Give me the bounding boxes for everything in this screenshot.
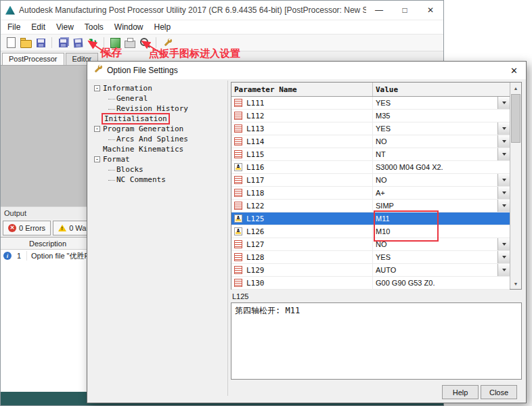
param-value-cell: M35	[373, 110, 510, 122]
param-name: L128	[246, 253, 265, 262]
print-icon	[125, 41, 135, 48]
wrench-annotation: 点扳手图标进入设置	[149, 47, 240, 60]
tree-item-revision-history[interactable]: Revision History	[93, 104, 225, 114]
param-row-l116[interactable]: AL116S3000 M04 G04 X2.	[231, 161, 510, 174]
param-name-cell: L129	[231, 264, 373, 276]
param-value: G00 G90 G53 Z0.	[376, 279, 435, 287]
param-row-l125[interactable]: AL125M11	[231, 212, 510, 225]
tree-item-general[interactable]: General	[93, 93, 225, 104]
param-row-l130[interactable]: L130G00 G90 G53 Z0.	[231, 277, 510, 290]
dropdown-button[interactable]	[497, 97, 510, 109]
param-red-icon	[234, 266, 242, 274]
dropdown-button[interactable]	[497, 264, 510, 276]
chevron-down-icon	[502, 127, 506, 130]
param-name: L122	[246, 202, 265, 210]
errors-tab-label: 0 Errors	[19, 224, 45, 232]
dialog-close-button[interactable]: ✕	[508, 66, 520, 76]
dialog-titlebar: Option File Settings ✕	[87, 62, 526, 79]
menu-edit[interactable]: Edit	[26, 21, 51, 33]
print-button[interactable]	[123, 35, 137, 50]
tab-postprocessor[interactable]: PostProcessor	[2, 53, 64, 65]
param-row-l127[interactable]: L127NO	[231, 238, 510, 251]
param-row-l117[interactable]: L117NO	[231, 174, 510, 187]
param-value: YES	[376, 99, 391, 107]
param-name-cell: AL126	[231, 225, 373, 238]
param-row-l112[interactable]: L112M35	[231, 110, 510, 122]
new-file-button[interactable]	[3, 35, 18, 50]
save-edit-icon	[73, 38, 83, 47]
param-row-l128[interactable]: L128YES	[231, 251, 510, 264]
scroll-thumb[interactable]	[511, 94, 520, 143]
errors-tab[interactable]: ✕ 0 Errors	[3, 221, 51, 235]
menu-view[interactable]: View	[51, 21, 79, 33]
param-row-l122[interactable]: L122SIMP	[231, 200, 510, 212]
dropdown-button[interactable]	[497, 174, 510, 186]
menu-tools[interactable]: Tools	[79, 21, 109, 33]
param-a-icon: A	[234, 215, 242, 223]
param-name: L111	[246, 99, 265, 108]
param-name: L127	[246, 240, 265, 249]
dropdown-button[interactable]	[497, 187, 510, 199]
window-close-button[interactable]: ✕	[418, 1, 443, 20]
table-header: Parameter Name Value	[231, 83, 510, 97]
param-value: YES	[376, 253, 391, 261]
open-file-button[interactable]	[18, 35, 33, 50]
column-divider	[26, 251, 27, 261]
table-scrollbar[interactable]: ▲ ▼	[510, 83, 521, 289]
param-name-cell: L114	[231, 135, 373, 148]
menu-window[interactable]: Window	[109, 21, 149, 33]
param-value: M11	[376, 215, 390, 223]
help-button[interactable]: Help	[442, 385, 479, 399]
refresh-button[interactable]: ↻	[85, 35, 100, 50]
dropdown-button[interactable]	[497, 200, 510, 212]
dropdown-button[interactable]	[497, 251, 510, 263]
param-row-l118[interactable]: L118A+	[231, 187, 510, 200]
dropdown-button[interactable]	[497, 122, 510, 135]
param-row-l115[interactable]: L115NT	[231, 148, 510, 161]
panel-splitter[interactable]	[227, 81, 228, 396]
param-row-l111[interactable]: L111YES	[231, 97, 510, 110]
tree-item-nc-comments[interactable]: NC Comments	[93, 175, 225, 185]
close-button[interactable]: Close	[481, 385, 517, 399]
tree-item-format[interactable]: -Format	[93, 154, 225, 164]
collapse-icon[interactable]: -	[94, 85, 100, 91]
scroll-down-icon[interactable]: ▼	[510, 278, 521, 289]
scroll-up-icon[interactable]: ▲	[510, 83, 521, 93]
param-red-icon	[234, 137, 242, 145]
collapse-icon[interactable]: -	[94, 156, 100, 162]
param-row-l129[interactable]: L129AUTO	[231, 264, 510, 277]
menu-help[interactable]: Help	[149, 21, 177, 33]
param-red-icon	[234, 150, 242, 158]
tree-item-initialisation[interactable]: Initialisation	[93, 114, 225, 124]
param-value: NO	[376, 176, 387, 184]
param-red-icon	[234, 99, 242, 107]
param-row-l126[interactable]: AL126M10	[231, 225, 510, 238]
tree-item-machine-kinematics[interactable]: Machine Kinematics	[93, 144, 225, 154]
maximize-button[interactable]: □	[392, 1, 418, 20]
chevron-down-icon	[502, 269, 506, 271]
param-row-l114[interactable]: L114NO	[231, 135, 510, 148]
param-value: SIMP	[376, 202, 394, 210]
param-name-cell: L115	[231, 148, 373, 160]
save-edit-button[interactable]	[70, 35, 85, 50]
tree-item-arcs-and-splines[interactable]: Arcs And Splines	[93, 134, 225, 144]
collapse-icon[interactable]: -	[94, 126, 100, 132]
dropdown-button[interactable]	[497, 148, 510, 160]
param-red-icon	[234, 189, 242, 197]
dropdown-button[interactable]	[497, 238, 510, 250]
tree-item-program-generation[interactable]: -Program Generation	[93, 124, 225, 134]
save-file-button[interactable]	[33, 35, 48, 50]
menu-file[interactable]: File	[2, 21, 26, 33]
param-name-cell: L111	[231, 97, 373, 109]
tree-item-information[interactable]: -Information	[93, 83, 225, 93]
tree-item-label: Information	[103, 84, 152, 93]
minimize-button[interactable]: —	[366, 1, 392, 20]
param-value-cell: YES	[373, 122, 510, 135]
save-all-button[interactable]	[56, 35, 70, 50]
dropdown-button[interactable]	[497, 135, 510, 148]
param-name: L129	[246, 266, 265, 275]
param-row-l113[interactable]: L113YES	[231, 122, 510, 135]
tree-item-blocks[interactable]: Blocks	[93, 164, 225, 175]
detail-description-box[interactable]: 第四轴松开: M11	[231, 302, 522, 380]
param-value: NO	[376, 240, 387, 248]
